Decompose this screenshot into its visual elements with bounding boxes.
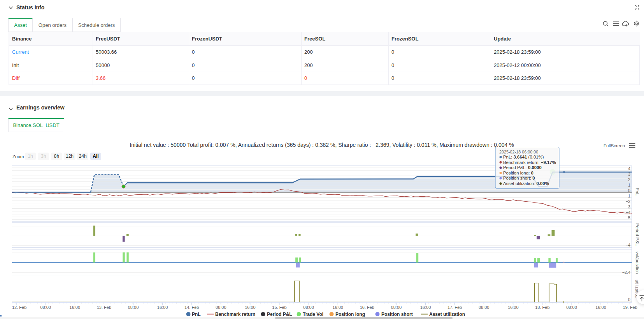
svg-text:0: 0: [628, 297, 630, 302]
svg-text:Zoom: Zoom: [12, 154, 24, 159]
svg-text:Trade Vol: Trade Vol: [303, 312, 323, 317]
svg-text:PnL: PnL: [635, 188, 640, 196]
svg-text:0: 0: [628, 188, 630, 193]
svg-text:08:00: 08:00: [391, 305, 402, 310]
svg-text:Position short: Position short: [381, 312, 413, 317]
svg-text:vol/position: vol/position: [635, 252, 640, 274]
svg-text:14. Feb: 14. Feb: [184, 305, 199, 310]
svg-text:1h: 1h: [28, 153, 33, 159]
svg-text:1: 1: [628, 183, 630, 187]
svg-text:08:00: 08:00: [128, 305, 139, 310]
svg-text:Benchmark return: Benchmark return: [215, 312, 255, 317]
svg-text:−4: −4: [626, 210, 630, 215]
svg-text:Benchmark return: −9.17%: Benchmark return: −9.17%: [503, 160, 556, 165]
svg-text:12. Feb: 12. Feb: [12, 305, 26, 310]
svg-text:12h: 12h: [66, 153, 74, 159]
svg-text:4: 4: [628, 166, 630, 171]
svg-text:−2: −2: [626, 199, 630, 204]
svg-text:16:00: 16:00: [70, 305, 81, 310]
svg-text:16:00: 16:00: [420, 305, 431, 310]
svg-text:08:00: 08:00: [216, 305, 226, 310]
svg-text:15. Feb: 15. Feb: [272, 305, 286, 310]
svg-text:Position long: Position long: [335, 312, 365, 317]
svg-text:3: 3: [628, 172, 630, 176]
svg-text:Asset utilization: Asset utilization: [429, 312, 465, 317]
svg-text:08:00: 08:00: [479, 305, 490, 310]
svg-text:08:00: 08:00: [303, 305, 314, 310]
svg-text:Position long: 0: Position long: 0: [503, 171, 533, 175]
svg-text:Period P&L: Period P&L: [267, 312, 292, 317]
svg-text:19. Feb: 19. Feb: [623, 305, 637, 310]
svg-text:2025-02-18 06:00:00: 2025-02-18 06:00:00: [499, 150, 538, 154]
svg-text:3h: 3h: [41, 153, 46, 159]
svg-text:PnL: 3.6641 (0.01%): PnL: 3.6641 (0.01%): [503, 155, 544, 159]
svg-text:Asset utilization: 0.00%: Asset utilization: 0.00%: [503, 181, 549, 186]
svg-text:Period P&L: 0.0000: Period P&L: 0.0000: [503, 165, 542, 170]
svg-text:08:00: 08:00: [40, 305, 51, 310]
svg-text:Period P&L: Period P&L: [635, 223, 640, 246]
svg-text:16:00: 16:00: [595, 305, 606, 310]
svg-text:−3: −3: [626, 204, 630, 209]
svg-text:8h: 8h: [54, 153, 59, 159]
svg-text:Position short: 0: Position short: 0: [503, 176, 535, 180]
svg-text:−4: −4: [626, 243, 630, 247]
svg-text:PnL: PnL: [192, 312, 201, 317]
svg-text:All: All: [93, 153, 98, 159]
svg-text:16:00: 16:00: [332, 305, 343, 310]
svg-text:16:00: 16:00: [157, 305, 168, 310]
svg-text:Initial net value : 50000 Tota: Initial net value : 50000 Total profit: …: [130, 142, 514, 148]
svg-text:16. Feb: 16. Feb: [360, 305, 374, 310]
svg-text:16:00: 16:00: [245, 305, 256, 310]
svg-text:18. Feb: 18. Feb: [535, 305, 549, 310]
svg-text:−5: −5: [626, 215, 630, 220]
svg-text:−2.4: −2.4: [622, 270, 630, 275]
svg-text:16:00: 16:00: [508, 305, 519, 310]
svg-text:−1: −1: [626, 194, 630, 198]
svg-text:13. Feb: 13. Feb: [97, 305, 111, 310]
svg-text:17. Feb: 17. Feb: [447, 305, 462, 310]
svg-text:FullScreen: FullScreen: [604, 143, 625, 148]
svg-text:08:00: 08:00: [566, 305, 577, 310]
svg-text:24h: 24h: [79, 153, 87, 159]
svg-text:2: 2: [628, 177, 630, 182]
